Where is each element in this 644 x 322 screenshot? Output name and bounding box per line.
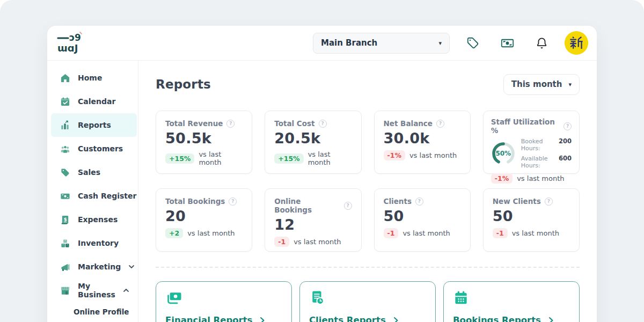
stat-title: Total Cost xyxy=(274,119,314,128)
utilization-gauge: 50% xyxy=(491,141,516,166)
stat-value: 50.5k xyxy=(165,130,243,147)
branch-selector-value: Main Branch xyxy=(321,38,377,48)
help-icon[interactable]: ? xyxy=(319,120,327,128)
avatar[interactable] xyxy=(565,31,588,55)
stat-title: New Clients xyxy=(493,197,541,206)
sidebar-item-sales[interactable]: Sales xyxy=(47,160,138,184)
change-badge: +15% xyxy=(165,153,194,164)
stat-card-total-cost: Total Cost ? 20.5k +15% vs last month xyxy=(265,111,361,174)
stat-value: 20 xyxy=(165,208,243,224)
sidebar-item-label: Customers xyxy=(78,144,123,153)
banknote-icon[interactable] xyxy=(500,36,515,50)
change-note: vs last month xyxy=(517,174,564,182)
megaphone-icon xyxy=(60,262,70,272)
period-selector[interactable]: This month ▾ xyxy=(503,74,580,95)
sidebar-item-label: Marketing xyxy=(78,262,121,271)
booked-hours-value: 200 xyxy=(559,137,572,145)
help-icon[interactable]: ? xyxy=(564,122,572,130)
change-badge: -1 xyxy=(274,237,289,247)
cash-icon xyxy=(60,191,70,201)
sidebar-item-cash-register[interactable]: Cash Register xyxy=(47,184,138,208)
stat-title: Total Bookings xyxy=(165,197,225,206)
clients-reports-card[interactable]: Clients Reports xyxy=(299,281,436,322)
change-badge: +2 xyxy=(165,228,183,238)
available-hours-value: 600 xyxy=(559,155,572,162)
stat-title: Staff Utilization % xyxy=(491,118,560,135)
chevron-right-icon xyxy=(259,317,266,322)
topbar: ɔ9 ɯɑJ Main Branch ▾ xyxy=(47,26,597,61)
sidebar-item-marketing[interactable]: Marketing xyxy=(47,255,138,279)
change-note: vs last month xyxy=(512,229,559,237)
section-divider xyxy=(156,267,580,268)
home-icon xyxy=(60,73,70,83)
change-note: vs last month xyxy=(199,150,243,166)
stat-card-total-revenue: Total Revenue ? 50.5k +15% vs last month xyxy=(156,111,252,174)
sidebar-item-label: Calendar xyxy=(78,97,115,106)
stat-card-online-bookings: Online Bookings ? 12 -1 vs last month xyxy=(265,188,361,252)
clients-reports-icon xyxy=(309,290,426,306)
boxes-icon xyxy=(60,238,70,248)
report-links: Financial Reports Clients Reports xyxy=(156,281,580,322)
period-selector-value: This month xyxy=(511,79,562,89)
sidebar-item-reports[interactable]: Reports xyxy=(51,113,137,137)
sidebar-item-label: Sales xyxy=(78,168,100,177)
stats-row-1: Total Revenue ? 50.5k +15% vs last month… xyxy=(156,111,580,174)
svg-text:$: $ xyxy=(64,216,67,222)
sidebar-item-label: My Business xyxy=(78,282,115,299)
report-link-label: Clients Reports xyxy=(309,315,386,322)
sidebar-item-home[interactable]: Home xyxy=(47,66,138,90)
bookings-reports-card[interactable]: Bookings Reports xyxy=(443,281,580,322)
financial-reports-icon xyxy=(165,290,282,306)
report-link-label: Financial Reports xyxy=(165,315,252,322)
sidebar-item-online-profile[interactable]: Online Profile xyxy=(47,302,138,321)
stat-card-staff-utilization: Staff Utilization % ? 50% xyxy=(483,111,580,174)
chevron-right-icon xyxy=(548,317,555,322)
chevron-down-icon: ▾ xyxy=(568,82,572,87)
storefront-icon xyxy=(60,286,70,296)
help-icon[interactable]: ? xyxy=(226,120,235,128)
chevron-down-icon xyxy=(128,265,135,269)
stat-value: 12 xyxy=(274,216,352,233)
stat-card-new-clients: New Clients ? 50 -1 vs last month xyxy=(483,188,580,252)
sidebar-item-label: Inventory xyxy=(78,239,119,247)
change-badge: +15% xyxy=(274,153,303,164)
sidebar-item-inventory[interactable]: Inventory xyxy=(47,231,138,255)
stat-value: 50 xyxy=(384,208,461,224)
app-window: ɔ9 ɯɑJ Main Branch ▾ xyxy=(47,26,597,322)
chevron-up-icon xyxy=(123,288,129,292)
branch-selector[interactable]: Main Branch ▾ xyxy=(313,33,450,54)
stat-title: Online Bookings xyxy=(274,197,340,214)
financial-reports-card[interactable]: Financial Reports xyxy=(156,281,292,322)
sidebar-item-calendar[interactable]: Calendar xyxy=(47,90,138,113)
change-note: vs last month xyxy=(187,229,235,237)
help-icon[interactable]: ? xyxy=(545,197,553,206)
change-note: vs last month xyxy=(409,151,457,159)
sidebar-item-label: Reports xyxy=(78,121,111,129)
stat-card-clients: Clients ? 50 -1 vs last month xyxy=(374,188,471,252)
sidebar-item-customers[interactable]: Customers xyxy=(47,137,138,160)
stat-card-total-bookings: Total Bookings ? 20 +2 vs last month xyxy=(156,188,252,252)
chevron-down-icon: ▾ xyxy=(438,40,442,46)
change-note: vs last month xyxy=(294,238,341,246)
sidebar-item-expenses[interactable]: $ Expenses xyxy=(47,208,138,231)
help-icon[interactable]: ? xyxy=(436,120,444,128)
change-badge: -1 xyxy=(493,228,508,238)
receipt-icon: $ xyxy=(60,215,70,225)
tag-icon[interactable] xyxy=(466,36,480,50)
change-badge: -1% xyxy=(491,173,513,184)
notifications-bell-icon[interactable] xyxy=(535,36,548,50)
help-icon[interactable]: ? xyxy=(229,197,237,206)
stat-value: 20.5k xyxy=(274,130,352,147)
available-hours-label: Available Hours: xyxy=(521,155,559,169)
sidebar-item-my-business[interactable]: My Business xyxy=(47,279,138,302)
change-note: vs last month xyxy=(402,229,450,237)
bookings-reports-icon xyxy=(453,290,570,306)
people-icon xyxy=(60,144,70,154)
page-header: Reports This month ▾ xyxy=(156,74,580,95)
sidebar-subitem-label: Online Profile xyxy=(74,308,129,316)
change-badge: -1% xyxy=(384,150,405,160)
waj-logo: ɔ9 ɯɑJ xyxy=(56,31,91,55)
help-icon[interactable]: ? xyxy=(344,202,352,210)
help-icon[interactable]: ? xyxy=(415,197,423,206)
page-title: Reports xyxy=(156,77,211,91)
